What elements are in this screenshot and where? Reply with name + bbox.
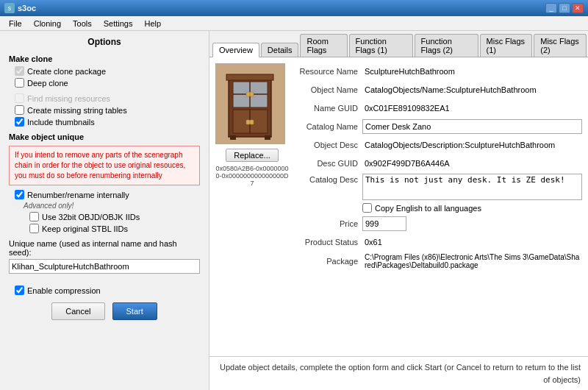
left-panel: Options Make clone Create clone package … (0, 31, 209, 390)
object-name-value: CatalogObjects/Name:SculptureHutchBathro… (362, 85, 582, 95)
include-thumbnails-row: Include thumbnails (15, 117, 200, 127)
product-status-label: Product Status (296, 238, 362, 247)
tab-function-flags-1[interactable]: Function Flags (1) (349, 34, 413, 57)
create-missing-checkbox[interactable] (15, 105, 24, 115)
deep-clone-checkbox[interactable] (15, 78, 24, 88)
copy-english-label: Copy English to all languages (375, 204, 481, 213)
panel-title: Options (9, 37, 200, 47)
object-desc-row: Object Desc CatalogObjects/Description:S… (296, 137, 582, 153)
menu-settings[interactable]: Settings (98, 18, 139, 29)
find-missing-row: Find missing resources (15, 93, 200, 103)
name-guid-row: Name GUID 0xC01FE89109832EA1 (296, 100, 582, 116)
catalog-name-input[interactable] (362, 119, 582, 134)
catalog-name-label: Catalog Name (296, 122, 362, 131)
svg-rect-9 (246, 120, 250, 124)
keep-original-label: Keep original STBL IIDs (42, 224, 128, 233)
main-content: Options Make clone Create clone package … (0, 31, 588, 390)
create-missing-label: Create missing string tables (27, 106, 127, 115)
details-form: Resource Name SculptureHutchBathroom Obj… (296, 63, 582, 350)
hex-code: 0x0580A2B6-0x00000000-0x000000000000000D… (215, 165, 289, 187)
object-image (215, 63, 285, 144)
use32bit-checkbox[interactable] (29, 212, 39, 221)
enable-compression-row: Enable compression (15, 286, 200, 295)
cancel-button[interactable]: Cancel (51, 302, 104, 320)
include-thumbnails-checkbox[interactable] (15, 117, 24, 127)
make-clone-label: Make clone (9, 54, 200, 63)
start-button[interactable]: Start (112, 302, 157, 320)
tabs-bar: Overview Details Room Flags Function Fla… (209, 31, 588, 57)
bottom-info-text: Update object details, complete the opti… (220, 363, 581, 384)
use32bit-row: Use 32bit OBJD/OBJK IIDs (29, 212, 200, 221)
enable-compression-checkbox[interactable] (15, 286, 24, 295)
tab-room-flags[interactable]: Room Flags (300, 34, 347, 57)
tab-misc-flags-1[interactable]: Misc Flags (1) (480, 34, 533, 57)
menu-tools[interactable]: Tools (67, 18, 98, 29)
use32bit-label: Use 32bit OBJD/OBJK IIDs (42, 213, 140, 221)
right-panel: Overview Details Room Flags Function Fla… (209, 31, 588, 390)
svg-rect-7 (246, 92, 250, 96)
package-value: C:\Program Files (x86)\Electronic Arts\T… (362, 252, 582, 270)
include-thumbnails-label: Include thumbnails (27, 118, 95, 127)
window-controls: _ □ ✕ (545, 3, 584, 13)
catalog-desc-row: Catalog Desc This is not just any desk. … (296, 174, 582, 200)
object-desc-label: Object Desc (296, 141, 362, 149)
create-missing-row: Create missing string tables (15, 105, 200, 115)
renumber-row: Renumber/rename internally (15, 190, 200, 199)
unique-name-label: Unique name (used as internal name and h… (9, 239, 200, 257)
catalog-desc-textarea[interactable]: This is not just any desk. It is ZE desk… (362, 174, 582, 200)
minimize-button[interactable]: _ (545, 3, 557, 13)
tab-misc-flags-2[interactable]: Misc Flags (2) (534, 34, 587, 57)
svg-rect-10 (250, 120, 254, 124)
tab-function-flags-2[interactable]: Function Flags (2) (415, 34, 478, 57)
action-buttons: Cancel Start (9, 302, 200, 320)
copy-english-checkbox[interactable] (362, 203, 372, 213)
advanced-label: Advanced only! (24, 202, 200, 210)
create-clone-package-label: Create clone package (27, 67, 106, 76)
make-unique-label: Make object unique (9, 132, 200, 141)
renumber-checkbox[interactable] (15, 190, 24, 199)
overview-content: Replace... 0x0580A2B6-0x00000000-0x00000… (209, 57, 588, 356)
package-row: Package C:\Program Files (x86)\Electroni… (296, 252, 582, 270)
find-missing-checkbox[interactable] (15, 93, 24, 103)
create-clone-package-row: Create clone package (15, 66, 200, 76)
desc-guid-value: 0x902F499D7B6A446A (362, 158, 582, 169)
replace-button[interactable]: Replace... (226, 149, 279, 162)
catalog-name-row: Catalog Name (296, 118, 582, 135)
svg-rect-1 (226, 74, 273, 80)
app-title: s3oc (18, 4, 36, 13)
bottom-info: Update object details, complete the opti… (209, 356, 588, 390)
warning-box: If you intend to remove any parts of the… (9, 146, 200, 185)
price-row: Price (296, 216, 582, 232)
enable-compression-label: Enable compression (27, 286, 101, 295)
menu-file[interactable]: File (3, 18, 28, 29)
unique-name-input[interactable] (9, 259, 200, 274)
tab-details[interactable]: Details (261, 43, 299, 57)
tab-overview[interactable]: Overview (212, 43, 259, 57)
close-button[interactable]: ✕ (572, 3, 584, 13)
resource-name-label: Resource Name (296, 67, 362, 76)
image-area: Replace... 0x0580A2B6-0x00000000-0x00000… (215, 63, 289, 350)
menu-cloning[interactable]: Cloning (28, 18, 67, 29)
create-clone-package-checkbox[interactable] (15, 66, 24, 76)
menu-help[interactable]: Help (138, 18, 167, 29)
maximize-button[interactable]: □ (559, 3, 570, 13)
deep-clone-label: Deep clone (27, 79, 68, 88)
svg-rect-8 (250, 92, 254, 96)
object-desc-value: CatalogObjects/Description:SculptureHutc… (362, 140, 582, 150)
warning-text: If you intend to remove any parts of the… (15, 151, 185, 180)
name-guid-label: Name GUID (296, 104, 362, 113)
title-bar: s s3oc _ □ ✕ (0, 0, 588, 16)
keep-original-checkbox[interactable] (29, 224, 39, 233)
product-status-value: 0x61 (362, 237, 582, 247)
object-name-label: Object Name (296, 85, 362, 94)
keep-original-row: Keep original STBL IIDs (29, 224, 200, 233)
find-missing-label: Find missing resources (27, 94, 110, 103)
desc-guid-label: Desc GUID (296, 159, 362, 168)
app-icon: s (4, 3, 15, 13)
resource-name-value: SculptureHutchBathroom (362, 66, 582, 77)
catalog-desc-label: Catalog Desc (296, 174, 362, 184)
price-input[interactable] (362, 216, 406, 231)
name-guid-value: 0xC01FE89109832EA1 (362, 103, 582, 113)
svg-rect-12 (265, 135, 270, 140)
deep-clone-row: Deep clone (15, 78, 200, 88)
